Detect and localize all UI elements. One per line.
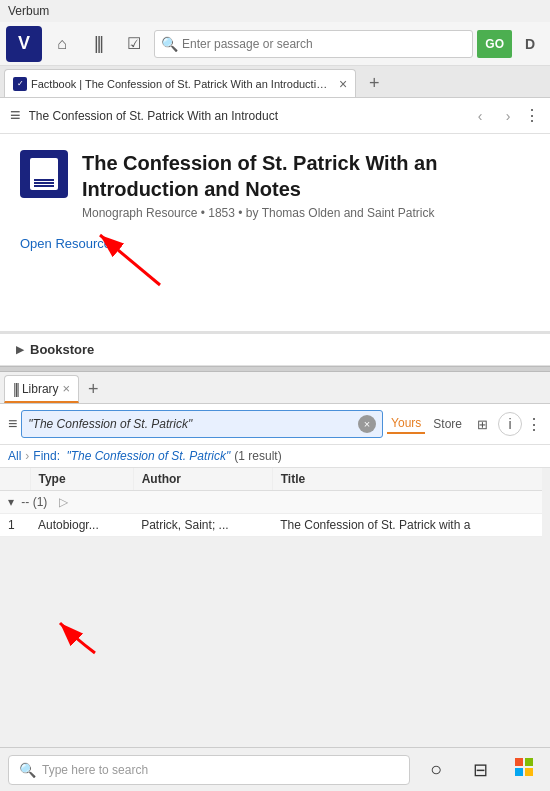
- bookstore-chevron: ▶: [16, 344, 24, 355]
- checklist-button[interactable]: ☑: [118, 28, 150, 60]
- col-title[interactable]: Title: [272, 468, 549, 491]
- resource-header: The Confession of St. Patrick With an In…: [20, 150, 530, 220]
- col-type-header[interactable]: [0, 468, 30, 491]
- breadcrumb-count: (1 result): [234, 449, 281, 463]
- nav-bar: V ⌂ ||| ☑ 🔍 GO D: [0, 22, 550, 66]
- resource-info: The Confession of St. Patrick With an In…: [82, 150, 530, 220]
- table-header-row: Type Author Title: [0, 468, 550, 491]
- library-tab-close[interactable]: ×: [63, 381, 71, 396]
- group-collapse-icon[interactable]: ▾: [8, 495, 14, 509]
- back-button[interactable]: ‹: [468, 104, 492, 128]
- library-info-button[interactable]: i: [498, 412, 522, 436]
- svg-rect-5: [525, 768, 533, 776]
- svg-rect-3: [525, 758, 533, 766]
- library-tab-bar: ||| Library × +: [0, 372, 550, 404]
- resource-icon-inner: [30, 158, 58, 190]
- library-table: Type Author Title ▾ -- (1) ▷ 1 Autobiogr…: [0, 468, 550, 537]
- library-search-text: "The Confession of St. Patrick": [28, 417, 358, 431]
- library-menu-button[interactable]: ≡: [8, 415, 17, 433]
- library-search-bar: ≡ "The Confession of St. Patrick" × Your…: [0, 404, 550, 445]
- cursor-indicator: ▷: [59, 495, 68, 509]
- row-number: 1: [0, 514, 30, 537]
- library-search-input-wrap: "The Confession of St. Patrick" ×: [21, 410, 383, 438]
- tab-bar: ✓ Factbook | The Confession of St. Patri…: [0, 66, 550, 98]
- table-row[interactable]: 1 Autobiogr... Patrick, Saint; ... The C…: [0, 514, 550, 537]
- app-name: Verbum: [8, 4, 49, 18]
- forward-button[interactable]: ›: [496, 104, 520, 128]
- open-resource-link[interactable]: Open Resource: [20, 236, 111, 251]
- tab-favicon: ✓: [13, 77, 27, 91]
- svg-rect-2: [515, 758, 523, 766]
- table-group-row: ▾ -- (1) ▷: [0, 491, 550, 514]
- library-search-clear-button[interactable]: ×: [358, 415, 376, 433]
- col-type[interactable]: Type: [30, 468, 133, 491]
- library-new-tab-button[interactable]: +: [79, 375, 107, 403]
- bookstore-section: ▶ Bookstore: [0, 334, 550, 366]
- resource-icon: [20, 150, 68, 198]
- svg-rect-4: [515, 768, 523, 776]
- library-button[interactable]: |||: [82, 28, 114, 60]
- go-button[interactable]: GO: [477, 30, 512, 58]
- taskbar-search-text: Type here to search: [42, 763, 148, 777]
- breadcrumb-all[interactable]: All: [8, 449, 21, 463]
- library-panel: ||| Library × + ≡ "The Confession of St.…: [0, 372, 550, 537]
- taskbar-search-icon: 🔍: [19, 762, 36, 778]
- library-tab-label: Library: [22, 382, 59, 396]
- library-filter-store[interactable]: Store: [429, 415, 466, 433]
- annotation-arrow-2: [55, 618, 105, 658]
- windows-icon: [514, 757, 534, 782]
- content-toolbar: ≡ The Confession of St. Patrick With an …: [0, 98, 550, 134]
- row-title: The Confession of St. Patrick with a: [272, 514, 549, 537]
- library-icon: |||: [94, 33, 102, 54]
- content-title: The Confession of St. Patrick With an In…: [29, 109, 464, 123]
- taskbar-circle-button[interactable]: ○: [418, 752, 454, 788]
- passage-search-bar: 🔍: [154, 30, 473, 58]
- taskbar-windows-button[interactable]: [506, 752, 542, 788]
- content-more-button[interactable]: ⋮: [524, 106, 540, 125]
- app-logo[interactable]: V: [6, 26, 42, 62]
- library-view-buttons: ⊞: [470, 412, 494, 436]
- bookstore-header[interactable]: ▶ Bookstore: [16, 342, 534, 357]
- row-author: Patrick, Saint; ...: [133, 514, 272, 537]
- new-tab-button[interactable]: +: [360, 69, 388, 97]
- active-tab[interactable]: ✓ Factbook | The Confession of St. Patri…: [4, 69, 356, 97]
- resource-title: The Confession of St. Patrick With an In…: [82, 150, 530, 202]
- title-bar: Verbum: [0, 0, 550, 22]
- breadcrumb-find-label: Find: "The Confession of St. Patrick": [33, 449, 230, 463]
- grid-view-icon: ⊞: [477, 417, 488, 432]
- library-tab[interactable]: ||| Library ×: [4, 375, 79, 403]
- bookstore-label: Bookstore: [30, 342, 94, 357]
- more-nav-button[interactable]: D: [516, 30, 544, 58]
- row-type: Autobiogr...: [30, 514, 133, 537]
- library-table-wrapper: Type Author Title ▾ -- (1) ▷ 1 Autobiogr…: [0, 468, 550, 537]
- logo-letter: V: [18, 33, 30, 54]
- tab-label: Factbook | The Confession of St. Patrick…: [31, 78, 331, 90]
- library-filter-yours[interactable]: Yours: [387, 414, 425, 434]
- library-more-button[interactable]: ⋮: [526, 415, 542, 434]
- main-content: The Confession of St. Patrick With an In…: [0, 134, 550, 334]
- passage-search-input[interactable]: [182, 37, 466, 51]
- breadcrumb: All › Find: "The Confession of St. Patri…: [0, 445, 550, 468]
- library-grid-view-button[interactable]: ⊞: [470, 412, 494, 436]
- search-icon: 🔍: [161, 36, 178, 52]
- home-icon: ⌂: [57, 35, 67, 53]
- checklist-icon: ☑: [127, 34, 141, 53]
- tab-favicon-check: ✓: [17, 79, 24, 88]
- taskbar-search-bar[interactable]: 🔍 Type here to search: [8, 755, 410, 785]
- taskbar-split-button[interactable]: ⊟: [462, 752, 498, 788]
- split-icon: ⊟: [473, 759, 488, 781]
- library-tab-icon: |||: [13, 381, 18, 397]
- circle-icon: ○: [430, 758, 442, 781]
- group-row-label: ▾ -- (1) ▷: [0, 491, 550, 514]
- home-button[interactable]: ⌂: [46, 28, 78, 60]
- resource-meta: Monograph Resource • 1853 • by Thomas Ol…: [82, 206, 530, 220]
- col-author[interactable]: Author: [133, 468, 272, 491]
- taskbar: 🔍 Type here to search ○ ⊟: [0, 747, 550, 791]
- scrollbar[interactable]: [542, 468, 550, 537]
- tab-close-button[interactable]: ×: [339, 77, 347, 91]
- breadcrumb-arrow: ›: [25, 449, 29, 463]
- content-menu-button[interactable]: ≡: [10, 105, 21, 126]
